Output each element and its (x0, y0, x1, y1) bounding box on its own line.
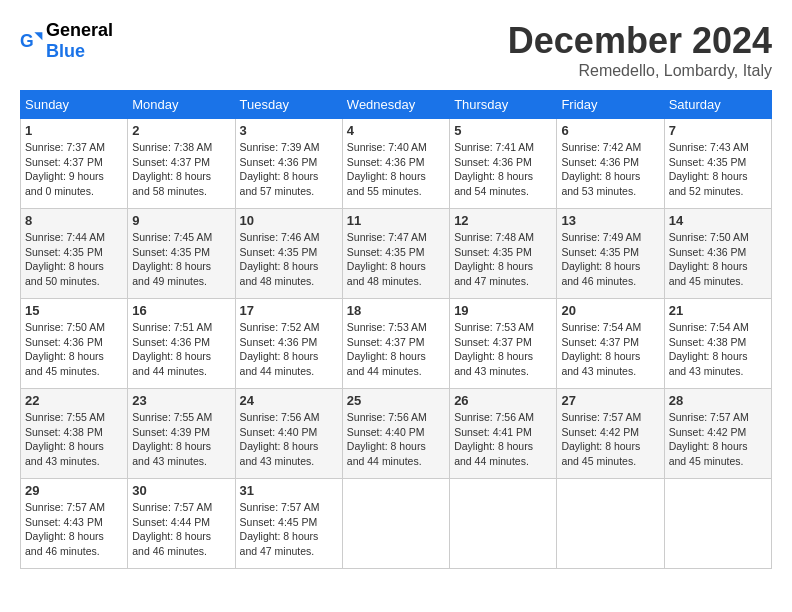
day-info: Sunrise: 7:40 AMSunset: 4:36 PMDaylight:… (347, 140, 445, 199)
day-info: Sunrise: 7:39 AMSunset: 4:36 PMDaylight:… (240, 140, 338, 199)
title-area: December 2024 Remedello, Lombardy, Italy (508, 20, 772, 80)
calendar-day-cell: 26Sunrise: 7:56 AMSunset: 4:41 PMDayligh… (450, 389, 557, 479)
calendar-day-cell: 20Sunrise: 7:54 AMSunset: 4:37 PMDayligh… (557, 299, 664, 389)
day-number: 13 (561, 213, 659, 228)
calendar-day-cell: 28Sunrise: 7:57 AMSunset: 4:42 PMDayligh… (664, 389, 771, 479)
calendar-day-cell: 2Sunrise: 7:38 AMSunset: 4:37 PMDaylight… (128, 119, 235, 209)
calendar-day-cell: 13Sunrise: 7:49 AMSunset: 4:35 PMDayligh… (557, 209, 664, 299)
day-number: 27 (561, 393, 659, 408)
day-info: Sunrise: 7:46 AMSunset: 4:35 PMDaylight:… (240, 230, 338, 289)
calendar-week-row: 15Sunrise: 7:50 AMSunset: 4:36 PMDayligh… (21, 299, 772, 389)
calendar-day-cell: 22Sunrise: 7:55 AMSunset: 4:38 PMDayligh… (21, 389, 128, 479)
day-number: 25 (347, 393, 445, 408)
day-number: 7 (669, 123, 767, 138)
day-number: 3 (240, 123, 338, 138)
empty-cell (664, 479, 771, 569)
day-number: 14 (669, 213, 767, 228)
day-number: 2 (132, 123, 230, 138)
svg-text:G: G (20, 31, 34, 51)
day-number: 29 (25, 483, 123, 498)
day-info: Sunrise: 7:56 AMSunset: 4:40 PMDaylight:… (347, 410, 445, 469)
day-number: 11 (347, 213, 445, 228)
calendar-week-row: 1Sunrise: 7:37 AMSunset: 4:37 PMDaylight… (21, 119, 772, 209)
day-info: Sunrise: 7:49 AMSunset: 4:35 PMDaylight:… (561, 230, 659, 289)
day-number: 21 (669, 303, 767, 318)
day-number: 10 (240, 213, 338, 228)
calendar-day-cell: 29Sunrise: 7:57 AMSunset: 4:43 PMDayligh… (21, 479, 128, 569)
month-title: December 2024 (508, 20, 772, 62)
day-info: Sunrise: 7:57 AMSunset: 4:42 PMDaylight:… (561, 410, 659, 469)
col-header-wednesday: Wednesday (342, 91, 449, 119)
calendar-day-cell: 21Sunrise: 7:54 AMSunset: 4:38 PMDayligh… (664, 299, 771, 389)
calendar-day-cell: 3Sunrise: 7:39 AMSunset: 4:36 PMDaylight… (235, 119, 342, 209)
day-number: 30 (132, 483, 230, 498)
day-info: Sunrise: 7:48 AMSunset: 4:35 PMDaylight:… (454, 230, 552, 289)
day-info: Sunrise: 7:53 AMSunset: 4:37 PMDaylight:… (347, 320, 445, 379)
col-header-friday: Friday (557, 91, 664, 119)
day-number: 4 (347, 123, 445, 138)
logo-blue: Blue (46, 41, 85, 61)
calendar-table: SundayMondayTuesdayWednesdayThursdayFrid… (20, 90, 772, 569)
empty-cell (557, 479, 664, 569)
day-info: Sunrise: 7:53 AMSunset: 4:37 PMDaylight:… (454, 320, 552, 379)
col-header-thursday: Thursday (450, 91, 557, 119)
day-info: Sunrise: 7:57 AMSunset: 4:43 PMDaylight:… (25, 500, 123, 559)
day-info: Sunrise: 7:43 AMSunset: 4:35 PMDaylight:… (669, 140, 767, 199)
calendar-week-row: 29Sunrise: 7:57 AMSunset: 4:43 PMDayligh… (21, 479, 772, 569)
calendar-day-cell: 7Sunrise: 7:43 AMSunset: 4:35 PMDaylight… (664, 119, 771, 209)
day-info: Sunrise: 7:57 AMSunset: 4:42 PMDaylight:… (669, 410, 767, 469)
day-info: Sunrise: 7:57 AMSunset: 4:44 PMDaylight:… (132, 500, 230, 559)
day-number: 9 (132, 213, 230, 228)
calendar-day-cell: 23Sunrise: 7:55 AMSunset: 4:39 PMDayligh… (128, 389, 235, 479)
day-info: Sunrise: 7:55 AMSunset: 4:38 PMDaylight:… (25, 410, 123, 469)
calendar-day-cell: 17Sunrise: 7:52 AMSunset: 4:36 PMDayligh… (235, 299, 342, 389)
day-number: 5 (454, 123, 552, 138)
calendar-day-cell: 8Sunrise: 7:44 AMSunset: 4:35 PMDaylight… (21, 209, 128, 299)
col-header-sunday: Sunday (21, 91, 128, 119)
calendar-day-cell: 11Sunrise: 7:47 AMSunset: 4:35 PMDayligh… (342, 209, 449, 299)
calendar-day-cell: 1Sunrise: 7:37 AMSunset: 4:37 PMDaylight… (21, 119, 128, 209)
calendar-day-cell: 19Sunrise: 7:53 AMSunset: 4:37 PMDayligh… (450, 299, 557, 389)
location-subtitle: Remedello, Lombardy, Italy (508, 62, 772, 80)
day-number: 22 (25, 393, 123, 408)
calendar-week-row: 8Sunrise: 7:44 AMSunset: 4:35 PMDaylight… (21, 209, 772, 299)
day-info: Sunrise: 7:44 AMSunset: 4:35 PMDaylight:… (25, 230, 123, 289)
calendar-day-cell: 27Sunrise: 7:57 AMSunset: 4:42 PMDayligh… (557, 389, 664, 479)
col-header-monday: Monday (128, 91, 235, 119)
svg-marker-1 (34, 32, 42, 40)
day-info: Sunrise: 7:54 AMSunset: 4:37 PMDaylight:… (561, 320, 659, 379)
day-info: Sunrise: 7:52 AMSunset: 4:36 PMDaylight:… (240, 320, 338, 379)
day-info: Sunrise: 7:50 AMSunset: 4:36 PMDaylight:… (669, 230, 767, 289)
day-number: 20 (561, 303, 659, 318)
day-number: 6 (561, 123, 659, 138)
calendar-day-cell: 5Sunrise: 7:41 AMSunset: 4:36 PMDaylight… (450, 119, 557, 209)
day-info: Sunrise: 7:45 AMSunset: 4:35 PMDaylight:… (132, 230, 230, 289)
calendar-day-cell: 18Sunrise: 7:53 AMSunset: 4:37 PMDayligh… (342, 299, 449, 389)
day-info: Sunrise: 7:47 AMSunset: 4:35 PMDaylight:… (347, 230, 445, 289)
calendar-day-cell: 15Sunrise: 7:50 AMSunset: 4:36 PMDayligh… (21, 299, 128, 389)
day-number: 23 (132, 393, 230, 408)
day-info: Sunrise: 7:38 AMSunset: 4:37 PMDaylight:… (132, 140, 230, 199)
day-number: 26 (454, 393, 552, 408)
calendar-day-cell: 30Sunrise: 7:57 AMSunset: 4:44 PMDayligh… (128, 479, 235, 569)
day-info: Sunrise: 7:51 AMSunset: 4:36 PMDaylight:… (132, 320, 230, 379)
day-number: 19 (454, 303, 552, 318)
calendar-day-cell: 4Sunrise: 7:40 AMSunset: 4:36 PMDaylight… (342, 119, 449, 209)
logo-general: GeneralBlue (46, 20, 113, 62)
calendar-day-cell: 31Sunrise: 7:57 AMSunset: 4:45 PMDayligh… (235, 479, 342, 569)
day-number: 28 (669, 393, 767, 408)
empty-cell (450, 479, 557, 569)
empty-cell (342, 479, 449, 569)
day-info: Sunrise: 7:56 AMSunset: 4:40 PMDaylight:… (240, 410, 338, 469)
day-number: 15 (25, 303, 123, 318)
col-header-tuesday: Tuesday (235, 91, 342, 119)
day-info: Sunrise: 7:42 AMSunset: 4:36 PMDaylight:… (561, 140, 659, 199)
calendar-day-cell: 24Sunrise: 7:56 AMSunset: 4:40 PMDayligh… (235, 389, 342, 479)
day-info: Sunrise: 7:55 AMSunset: 4:39 PMDaylight:… (132, 410, 230, 469)
calendar-day-cell: 14Sunrise: 7:50 AMSunset: 4:36 PMDayligh… (664, 209, 771, 299)
calendar-day-cell: 25Sunrise: 7:56 AMSunset: 4:40 PMDayligh… (342, 389, 449, 479)
day-number: 18 (347, 303, 445, 318)
calendar-week-row: 22Sunrise: 7:55 AMSunset: 4:38 PMDayligh… (21, 389, 772, 479)
calendar-day-cell: 12Sunrise: 7:48 AMSunset: 4:35 PMDayligh… (450, 209, 557, 299)
day-info: Sunrise: 7:57 AMSunset: 4:45 PMDaylight:… (240, 500, 338, 559)
